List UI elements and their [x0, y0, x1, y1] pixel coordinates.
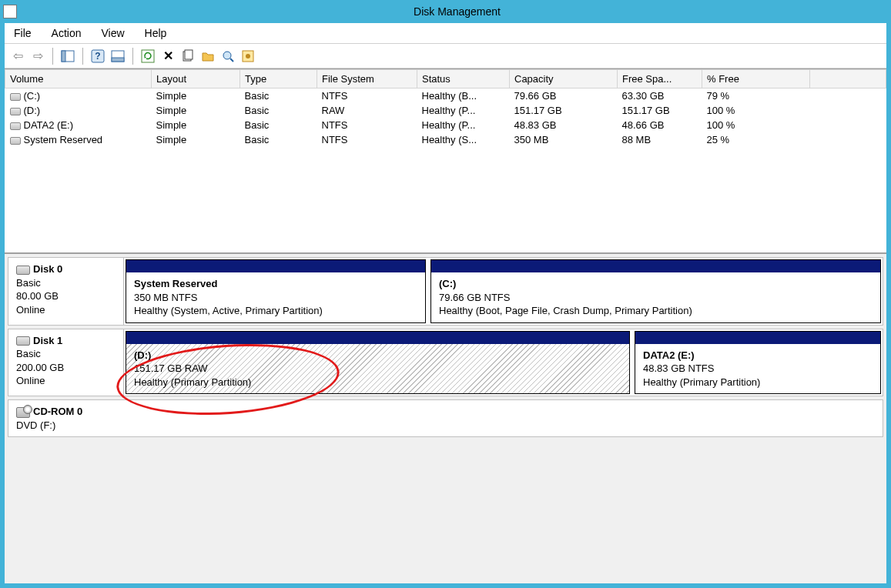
- drive-icon: [10, 93, 21, 101]
- nav-back-icon[interactable]: ⇦: [9, 48, 26, 65]
- partition-e[interactable]: DATA2 (E:) 48.83 GB NTFS Healthy (Primar…: [635, 331, 881, 395]
- col-type[interactable]: Type: [240, 70, 317, 89]
- svg-rect-5: [112, 58, 124, 62]
- col-capacity[interactable]: Capacity: [510, 70, 618, 89]
- help-icon[interactable]: ?: [89, 48, 106, 65]
- col-blank[interactable]: [810, 70, 886, 89]
- menu-help[interactable]: Help: [142, 24, 170, 42]
- partition-d[interactable]: (D:) 151.17 GB RAW Healthy (Primary Part…: [126, 331, 630, 395]
- settings-icon[interactable]: [239, 48, 256, 65]
- svg-rect-1: [62, 51, 65, 62]
- delete-icon[interactable]: ✕: [159, 48, 176, 65]
- nav-forward-icon[interactable]: ⇨: [29, 48, 46, 65]
- disk-icon: [16, 336, 30, 346]
- find-icon[interactable]: [219, 48, 236, 65]
- volume-list[interactable]: Volume Layout Type File System Status Ca…: [5, 69, 886, 254]
- disk-row-0[interactable]: Disk 0 Basic 80.00 GB Online System Rese…: [8, 257, 883, 326]
- toolbar: ⇦ ⇨ ? ✕: [5, 44, 886, 68]
- separator: [132, 48, 133, 65]
- disk-header: CD-ROM 0 DVD (F:): [8, 400, 124, 436]
- cdrom-icon: [16, 407, 30, 418]
- svg-text:?: ?: [95, 51, 100, 62]
- col-layout[interactable]: Layout: [152, 70, 240, 89]
- svg-point-9: [223, 52, 231, 59]
- disk-header: Disk 0 Basic 80.00 GB Online: [8, 258, 124, 325]
- window-title: Disk Management: [23, 5, 891, 18]
- svg-rect-8: [185, 50, 193, 59]
- disk-icon: [16, 266, 30, 275]
- separator: [82, 48, 83, 65]
- window-frame: Disk Management File Action View Help ⇦ …: [0, 0, 891, 588]
- partition-header: [126, 332, 629, 344]
- menu-file[interactable]: File: [11, 24, 35, 42]
- table-row[interactable]: DATA2 (E:) Simple Basic NTFS Healthy (P.…: [5, 118, 886, 132]
- open-folder-icon[interactable]: [199, 48, 216, 65]
- col-volume[interactable]: Volume: [5, 70, 152, 89]
- separator: [52, 48, 53, 65]
- content-area: Volume Layout Type File System Status Ca…: [5, 68, 886, 583]
- table-row[interactable]: (D:) Simple Basic RAW Healthy (P... 151.…: [5, 103, 886, 118]
- disk-graphical-view: Disk 0 Basic 80.00 GB Online System Rese…: [5, 254, 886, 583]
- partition-header: [635, 332, 880, 344]
- refresh-icon[interactable]: [139, 48, 156, 65]
- col-filesystem[interactable]: File System: [317, 70, 417, 89]
- volume-table: Volume Layout Type File System Status Ca…: [5, 69, 886, 147]
- col-pctfree[interactable]: % Free: [702, 70, 810, 89]
- partition-system-reserved[interactable]: System Reserved 350 MB NTFS Healthy (Sys…: [126, 259, 426, 323]
- svg-point-12: [246, 54, 250, 58]
- show-bottom-icon[interactable]: [109, 48, 126, 65]
- show-hide-tree-icon[interactable]: [59, 48, 76, 65]
- partition-header: [126, 260, 425, 272]
- app-icon: [3, 5, 17, 18]
- disk-row-cdrom[interactable]: CD-ROM 0 DVD (F:): [8, 399, 883, 437]
- title-bar[interactable]: Disk Management: [0, 0, 891, 23]
- svg-rect-6: [142, 50, 154, 62]
- menu-view[interactable]: View: [98, 24, 127, 42]
- drive-icon: [10, 137, 21, 145]
- drive-icon: [10, 108, 21, 115]
- svg-line-10: [230, 58, 233, 62]
- menu-action[interactable]: Action: [49, 24, 85, 42]
- col-freespace[interactable]: Free Spa...: [618, 70, 702, 89]
- disk-row-1[interactable]: Disk 1 Basic 200.00 GB Online (D:) 151.1…: [8, 329, 883, 397]
- table-row[interactable]: System Reserved Simple Basic NTFS Health…: [5, 132, 886, 147]
- disk-header: Disk 1 Basic 200.00 GB Online: [8, 329, 124, 396]
- partition-header: [431, 260, 880, 272]
- partition-c[interactable]: (C:) 79.66 GB NTFS Healthy (Boot, Page F…: [430, 259, 881, 323]
- drive-icon: [10, 122, 21, 130]
- col-status[interactable]: Status: [417, 70, 510, 89]
- menu-bar: File Action View Help: [5, 23, 886, 44]
- properties-icon[interactable]: [179, 48, 196, 65]
- table-row[interactable]: (C:) Simple Basic NTFS Healthy (B... 79.…: [5, 89, 886, 104]
